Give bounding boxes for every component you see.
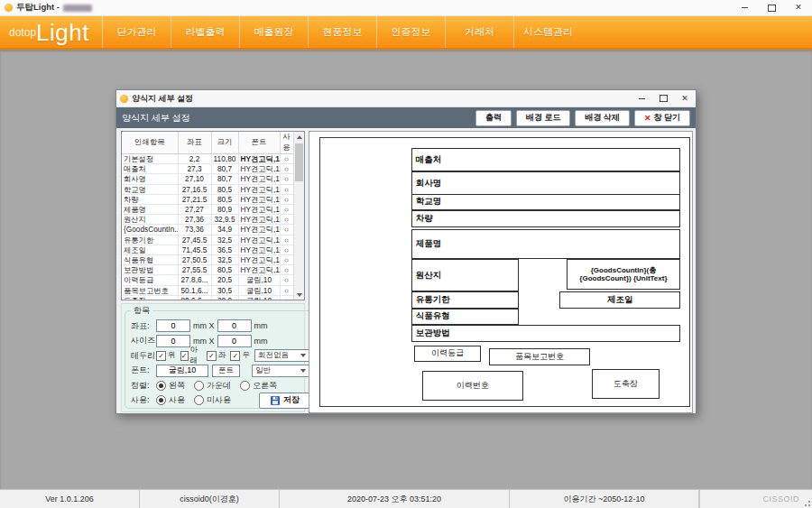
dialog-close-window-button[interactable]: ✕창 닫기 [634,110,690,126]
resize-grip[interactable] [805,501,810,506]
toolbar-button-출력[interactable]: 출력 [475,110,512,126]
menu-item-라벨출력[interactable]: 라벨출력 [171,16,239,48]
toolbar-button-배경 삭제[interactable]: 배경 삭제 [575,110,630,126]
preview-box[interactable]: 회사명 [411,171,681,195]
align-row: 정렬: 왼쪽가운데오른쪽 [131,378,311,393]
use-radio-사용[interactable]: 사용 [156,394,185,406]
table-row[interactable]: 제품명27,2780,9HY견고딕,12○ [122,205,293,215]
preview-box[interactable]: 품목보고번호 [489,348,590,365]
scrollbar-thumb[interactable] [295,143,303,181]
dialog-minimize-button[interactable] [631,90,652,106]
align-radio-가운데[interactable]: 가운데 [194,380,231,392]
close-button[interactable]: ✕ [785,0,812,15]
table-row[interactable]: 회사명27,1080,7HY견고딕,12○ [122,174,293,184]
checkbox-checked-icon: ✓ [207,351,217,361]
border-checkbox-우[interactable]: ✓우 [230,350,250,361]
table-row[interactable]: 보관방법27,55.580,5HY견고딕,12○ [122,265,293,275]
status-datetime: 2020-07-23 오후 03:51:20 [280,490,510,508]
preview-box[interactable]: 원산지 [411,259,519,291]
table-row[interactable]: 기본설정2,2110,80HY견고딕,10○ [122,154,293,164]
preview-box[interactable]: 이력등급 [414,346,482,363]
table-row[interactable]: 도축장80.6,6...20,9굴림,10○ [122,295,293,300]
column-header-폰트[interactable]: 폰트 [238,132,280,154]
maximize-button[interactable] [758,0,785,15]
cell: 2,2 [178,154,211,164]
radio-label: 왼쪽 [169,380,185,392]
rotation-value: 회전없음 [258,350,289,361]
border-checkbox-좌[interactable]: ✓좌 [207,350,226,361]
dialog-maximize-button[interactable] [652,90,674,106]
table-row[interactable]: 매출처27,380,7HY견고딕,12○ [122,164,293,174]
coord-x-input[interactable] [156,319,190,332]
column-header-크기[interactable]: 크기 [211,132,238,154]
preview-box[interactable]: 유통기한 [411,291,519,309]
rotation-select[interactable]: 회전없음 [254,349,309,362]
table-row[interactable]: 차량27,21.580,5HY견고딕,12○ [122,194,293,204]
item-groupbox: 항목 좌표: mm X mm 사이즈 mm X [125,305,316,409]
preview-box[interactable]: 식품유형 [411,309,519,326]
table-row[interactable]: 품목보고번호50.1,6...30,5굴림,10○ [122,285,293,295]
cell: 30,5 [211,285,238,295]
table-row[interactable]: 원산지27,3632,9.5HY견고딕,12○ [122,215,293,225]
cell: HY견고딕,12 [238,255,280,265]
unit-label: mm X [193,337,215,346]
status-period: 이용기간 ~2050-12-10 [510,490,699,508]
preview-box[interactable]: 차량 [411,210,681,227]
menu-item-단가관리[interactable]: 단가관리 [102,16,171,48]
preview-box-label: 매출처 [416,154,442,166]
table-row[interactable]: 학교명27,16.580,5HY견고딕,12○ [122,184,293,194]
form-page: 매출처회사명학교명차량제품명원산지{GoodsCountIn}(총 {Goods… [319,137,690,407]
cell: 80,7 [211,164,238,174]
preview-box[interactable]: 제품명 [411,229,681,260]
font-input[interactable] [156,365,208,377]
table-row[interactable]: 유통기한27,45.532,5HY견고딕,10○ [122,235,293,245]
minimize-button[interactable] [731,0,758,15]
menu-item-매출원장[interactable]: 매출원장 [239,16,308,48]
preview-box[interactable]: 도축장 [592,369,660,400]
preview-box[interactable]: 매출처 [411,148,681,171]
use-radio-미사용[interactable]: 미사용 [194,394,231,406]
column-header-인쇄항목[interactable]: 인쇄항목 [122,132,178,154]
cell: HY견고딕,10 [238,154,280,164]
window-title: 두탑Light - [16,2,60,14]
cell: ○ [280,275,293,285]
cell: 20,5 [211,275,238,285]
font-picker-button[interactable]: 폰트 [212,365,240,377]
table-row[interactable]: 식품유형27,50.532,5HY견고딕,12○ [122,255,293,265]
table-row[interactable]: 이력등급27.8,6...20,5굴림,10○ [122,275,293,285]
table-row[interactable]: {GoodsCountIn...73,3634,9HY견고딕,10○ [122,225,293,235]
save-button[interactable]: 저장 [259,393,311,409]
cell: HY견고딕,12 [238,184,280,194]
menu-item-현품정보[interactable]: 현품정보 [308,16,376,48]
scroll-up-icon[interactable] [294,132,304,142]
preview-box[interactable]: {GoodsCountIn}(총 {GoodsCount}) {UnitText… [567,259,681,290]
toolbar-buttons: 출력배경 로드배경 삭제✕창 닫기 [475,110,690,126]
preview-box[interactable]: 보관방법 [411,325,681,342]
column-header-좌표[interactable]: 좌표 [178,132,211,154]
cell: 73,36 [178,225,211,235]
coord-y-input[interactable] [217,319,252,332]
border-checkbox-아래[interactable]: ✓아래 [180,345,202,366]
list-scrollbar[interactable] [293,132,304,300]
dialog-close-button[interactable]: ✕ [674,90,696,106]
preview-box[interactable]: 학교명 [411,194,681,211]
style-select[interactable]: 일반 [252,365,309,377]
app-icon [5,4,13,12]
print-items-list[interactable]: 인쇄항목좌표크기폰트사용 기본설정2,2110,80HY견고딕,10○매출처27… [121,131,305,300]
column-header-사용[interactable]: 사용 [280,132,293,154]
chevron-down-icon [300,354,306,357]
preview-box[interactable]: 제조일 [559,291,680,309]
align-radio-왼쪽[interactable]: 왼쪽 [156,380,185,392]
cell: HY견고딕,10 [238,235,280,245]
table-row[interactable]: 제조일71,45.536,5HY견고딕,11○ [122,245,293,254]
menu-item-시스템관리[interactable]: 시스템관리 [513,16,582,48]
preview-box[interactable]: 이력번호 [422,371,523,402]
toolbar-button-배경 로드[interactable]: 배경 로드 [516,110,571,126]
toolbar-button-label: 배경 삭제 [585,112,620,124]
menu-item-인증정보[interactable]: 인증정보 [376,16,445,48]
border-checkbox-위[interactable]: ✓위 [156,350,176,361]
align-radio-오른쪽[interactable]: 오른쪽 [240,380,277,392]
status-brand: CISSOID [699,490,812,508]
menu-item-거래처[interactable]: 거래처 [445,16,513,48]
scroll-down-icon[interactable] [294,290,304,300]
